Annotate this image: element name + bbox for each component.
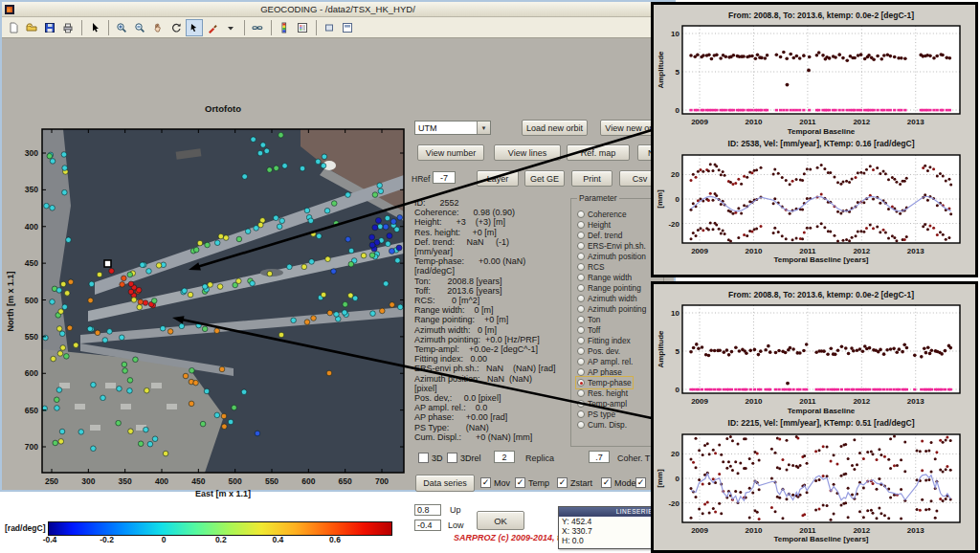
new-file-icon[interactable]: [5, 19, 22, 36]
dock-figure-icon[interactable]: [339, 19, 356, 36]
radio-icon[interactable]: [577, 242, 585, 250]
low-threshold-input[interactable]: [414, 520, 441, 531]
data-cursor-icon[interactable]: [186, 19, 203, 36]
parameter-radio-ers-envi-ph-sh-[interactable]: ERS-Envi ph.sh.: [577, 241, 646, 251]
checkbox-mov[interactable]: ✓Mov: [480, 477, 510, 488]
pan-icon[interactable]: [149, 19, 167, 36]
parameter-radio-pos-dev-[interactable]: Pos. dev.: [577, 346, 620, 356]
print-icon[interactable]: [59, 19, 77, 36]
parameter-radio-fitting-index[interactable]: Fitting index: [577, 336, 631, 345]
data-series-button[interactable]: Data series: [415, 475, 475, 492]
coher-threshold-input[interactable]: [589, 451, 610, 463]
timeseries-window-2538[interactable]: From: 2008.8, To: 2013.6, ktemp: 0.0e-2 …: [651, 2, 978, 277]
coordinate-system-select[interactable]: UTM ▼: [414, 121, 491, 135]
radio-icon[interactable]: [577, 421, 585, 429]
checkbox-box[interactable]: ✓: [557, 477, 568, 488]
radio-icon[interactable]: [577, 347, 585, 355]
map-image[interactable]: [42, 129, 404, 473]
radio-icon[interactable]: [577, 274, 585, 281]
parameter-radio-ap-phase[interactable]: AP phase: [577, 367, 622, 377]
zoom-in-icon[interactable]: [113, 19, 130, 36]
checkbox-3drel[interactable]: 3Drel: [447, 453, 481, 463]
parameter-radio-range-width[interactable]: Range width: [577, 273, 632, 282]
view-number-button[interactable]: View number: [417, 144, 484, 161]
insert-colorbar-icon[interactable]: [276, 19, 293, 36]
replica-input[interactable]: [494, 451, 515, 463]
view-lines-button[interactable]: View lines: [494, 144, 561, 161]
radio-icon[interactable]: [577, 316, 585, 323]
rotate-3d-icon[interactable]: [167, 19, 185, 36]
parameter-radio-temp-ampl[interactable]: Temp-ampl: [577, 399, 627, 409]
timeseries-window-2215[interactable]: From: 2008.8, To: 2013.6, ktemp: 0.0e-2 …: [651, 281, 978, 553]
parameter-radio-label: Range pointing: [588, 283, 641, 293]
zoom-out-icon[interactable]: [131, 19, 148, 36]
radio-icon[interactable]: [577, 400, 585, 408]
link-plots-icon[interactable]: [249, 19, 266, 36]
radio-icon[interactable]: [577, 410, 585, 418]
checkbox-box[interactable]: ✓: [480, 477, 491, 488]
radio-icon[interactable]: [577, 379, 585, 387]
info-line: Temp-phase: +0.00 (NaN): [414, 256, 575, 266]
parameter-radio-azimuth-pointing[interactable]: Azimuth pointing: [577, 304, 646, 314]
coordinate-system-value: UTM: [418, 123, 437, 133]
checkbox-clipped[interactable]: ✓: [635, 477, 646, 488]
insert-legend-icon[interactable]: [294, 19, 311, 36]
parameter-radio-ap-ampl-rel-[interactable]: AP ampl. rel.: [577, 357, 633, 366]
checkbox-3d-box[interactable]: [418, 453, 429, 463]
parameter-radio-ps-type[interactable]: PS type: [577, 409, 615, 419]
radio-icon[interactable]: [577, 232, 585, 239]
info-line: [rad/degC]: [414, 266, 575, 276]
parameter-radio-rcs[interactable]: RCS: [577, 262, 605, 272]
svg-text:From: 2008.8, To: 2013.6, ktem: From: 2008.8, To: 2013.6, ktemp: 0.0e-2 …: [728, 11, 914, 20]
checkbox-box[interactable]: ✓: [601, 477, 612, 488]
matlab-figure-icon: [5, 5, 14, 14]
href-input[interactable]: [433, 171, 456, 184]
parameter-radio-toff[interactable]: Toff: [577, 325, 600, 335]
checkbox-box[interactable]: ✓: [635, 477, 646, 488]
ok-button[interactable]: OK: [477, 511, 524, 530]
radio-icon[interactable]: [577, 368, 585, 376]
radio-icon[interactable]: [577, 295, 585, 302]
brush-icon[interactable]: [204, 19, 221, 36]
radio-icon[interactable]: [577, 221, 585, 229]
parameter-radio-temp-phase[interactable]: Temp-phase: [577, 378, 632, 387]
open-folder-icon[interactable]: [23, 19, 40, 36]
parameter-radio-height[interactable]: Height: [577, 220, 611, 230]
radio-icon[interactable]: [577, 253, 585, 260]
radio-icon[interactable]: [577, 358, 585, 365]
checkbox-3drel-box[interactable]: [447, 453, 457, 463]
parameter-radio-azimuth-width[interactable]: Azimuth width: [577, 294, 637, 303]
parameter-radio-cum-disp-[interactable]: Cum. Disp.: [577, 420, 627, 430]
parameter-radio-res-height[interactable]: Res. height: [577, 388, 628, 398]
ortofoto-map[interactable]: OrtofotoEast [m x 1.1]North [m x 1.1]250…: [2, 99, 419, 504]
save-icon[interactable]: [41, 19, 58, 36]
caret-down-icon[interactable]: [222, 19, 239, 36]
load-new-orbit-button[interactable]: Load new orbit: [522, 120, 588, 136]
parameter-radio-coherence[interactable]: Coherence: [577, 210, 627, 219]
ref-map-button[interactable]: Ref. map: [567, 144, 630, 161]
radio-icon[interactable]: [577, 337, 585, 344]
radio-icon[interactable]: [577, 263, 585, 271]
checkbox-3d[interactable]: 3D: [418, 453, 443, 463]
checkbox-temp[interactable]: ✓Temp: [515, 477, 549, 488]
parameter-radio-azimuth-position[interactable]: Azimuth position: [577, 252, 646, 261]
svg-text:2009: 2009: [691, 397, 708, 406]
radio-icon[interactable]: [577, 284, 585, 292]
checkbox-zstart[interactable]: ✓Zstart: [557, 477, 592, 488]
checkbox-box[interactable]: ✓: [515, 477, 525, 488]
radio-icon[interactable]: [577, 326, 585, 334]
up-threshold-input[interactable]: [414, 504, 441, 516]
radio-icon[interactable]: [577, 210, 585, 218]
radio-icon[interactable]: [577, 389, 585, 397]
parameter-radio-def-trend[interactable]: Def. trend: [577, 231, 622, 240]
hide-plot-tools-icon[interactable]: [321, 19, 338, 36]
window-titlebar[interactable]: GEOCODING - /data2/TSX_HK_HYD/: [2, 2, 674, 17]
parameter-radio-ton[interactable]: Ton: [577, 315, 600, 324]
print-button[interactable]: Print: [571, 170, 612, 187]
parameter-radio-range-pointing[interactable]: Range pointing: [577, 283, 641, 293]
checkbox-model[interactable]: ✓Model: [601, 477, 638, 488]
radio-icon[interactable]: [577, 305, 585, 313]
layer-button[interactable]: Layer: [477, 170, 519, 187]
get-ge-button[interactable]: Get GE: [524, 170, 565, 187]
pointer-icon[interactable]: [86, 19, 103, 36]
